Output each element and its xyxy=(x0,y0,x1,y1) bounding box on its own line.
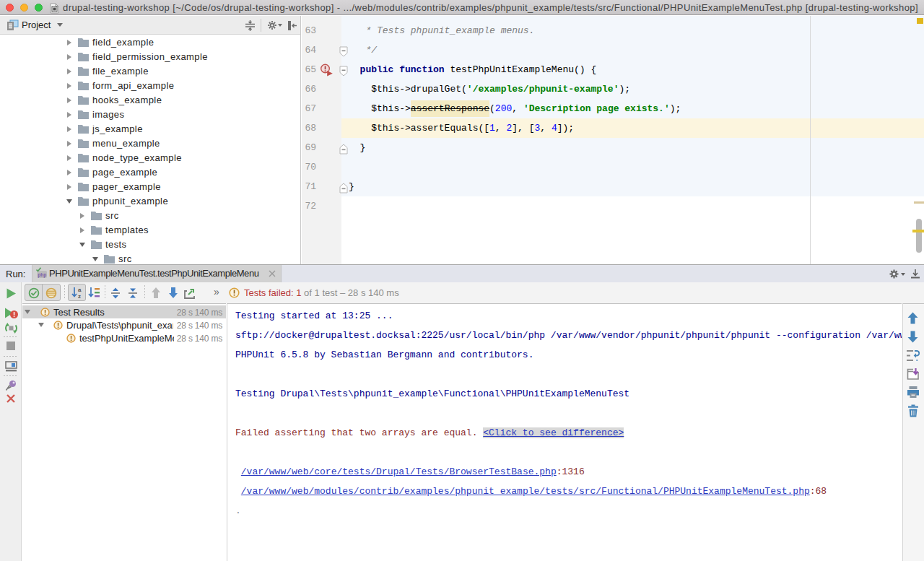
svg-text:a: a xyxy=(78,287,82,293)
svg-text:z: z xyxy=(78,293,81,299)
svg-text:php: php xyxy=(38,272,46,278)
